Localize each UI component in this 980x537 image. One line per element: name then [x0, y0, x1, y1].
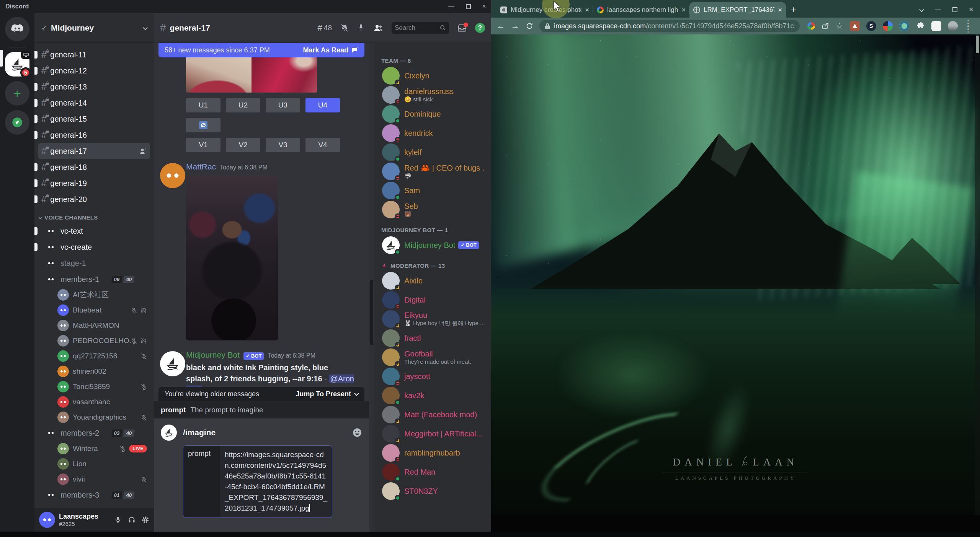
voice-row[interactable]: vasanthanc — [38, 394, 150, 410]
voice-row[interactable]: members-3 0140 — [38, 487, 150, 503]
tab-close-button[interactable]: × — [585, 6, 589, 14]
option-value[interactable]: https://images.squarespace-cdn.com/conte… — [220, 446, 332, 517]
voice-row[interactable]: Youandigraphics — [38, 410, 150, 425]
content-scrollbar[interactable] — [975, 34, 980, 515]
help-icon[interactable]: ? — [475, 23, 485, 33]
message-author[interactable]: Midjourney Bot — [186, 350, 240, 360]
chat-scrollbar[interactable] — [369, 43, 374, 532]
google-icon[interactable] — [807, 22, 815, 30]
aurora-photo[interactable]: DANIEL LAAN LAANSCAPES PHOTOGRAPHY — [491, 34, 980, 515]
voice-row[interactable]: shinen002 — [38, 364, 150, 379]
voice-channels-category[interactable]: VOICE CHANNELS — [39, 214, 150, 221]
extension-icon[interactable] — [883, 21, 893, 31]
voice-row[interactable]: Wintera — [38, 441, 150, 456]
window-menu-chevron[interactable] — [919, 7, 924, 12]
avatar[interactable] — [39, 512, 55, 528]
discord-maximize-button[interactable] — [466, 4, 471, 9]
member-list-icon[interactable] — [373, 24, 383, 32]
extension-icon[interactable]: S — [866, 21, 876, 31]
chrome-menu-icon[interactable]: ⋮⋮⋮ — [964, 21, 972, 31]
bookmark-star-icon[interactable]: ☆ — [836, 22, 843, 30]
browser-tab[interactable]: laanscapes northern lights - Goo... × — [593, 2, 689, 18]
member-item[interactable]: ST0N3ZY ✓BOT — [381, 482, 488, 501]
profile-avatar[interactable] — [948, 21, 958, 31]
channel-item[interactable]: # general-17 — [38, 143, 150, 159]
voice-row[interactable]: Bluebeat — [38, 303, 150, 318]
voice-row[interactable]: members-1 0940 — [38, 271, 150, 287]
headphones-icon[interactable] — [128, 516, 136, 524]
channel-item[interactable]: # general-12 — [38, 63, 150, 79]
voice-row[interactable]: vc-create — [38, 239, 150, 255]
member-item[interactable]: Aixile ✓BOT — [381, 271, 488, 290]
browser-tab[interactable]: LRM_EXPORT_176436787956939... × — [689, 2, 786, 18]
search-input[interactable]: Search — [392, 22, 449, 34]
member-item[interactable]: kav2k ✓BOT — [381, 386, 488, 405]
midjourney-grid-image[interactable] — [186, 57, 317, 93]
member-item[interactable]: kylelf ✓BOT — [381, 143, 488, 162]
tab-close-button[interactable]: × — [778, 6, 782, 14]
jump-to-present-button[interactable]: Jump To Present — [296, 390, 358, 398]
channel-item[interactable]: # general-11 — [38, 47, 150, 63]
member-item[interactable]: Dominique ✓BOT — [381, 104, 488, 124]
settings-gear-icon[interactable] — [142, 516, 149, 524]
avatar[interactable] — [160, 351, 185, 376]
member-item[interactable]: Sam ✓BOT — [381, 181, 488, 200]
back-button[interactable]: ← — [497, 22, 505, 30]
create-invite-icon[interactable] — [139, 148, 147, 155]
threads-count[interactable]: #48 — [318, 23, 332, 33]
member-group-label[interactable]: MODERATOR — 13 — [381, 262, 488, 269]
message-photo[interactable] — [186, 175, 278, 340]
member-group-label[interactable]: MIDJOURNEY BOT — 1 — [381, 227, 488, 233]
voice-row[interactable]: vivii — [38, 472, 150, 487]
member-item[interactable]: Midjourney Bot ✓BOT — [381, 236, 488, 255]
explore-servers-button[interactable] — [5, 110, 29, 135]
voice-row[interactable]: MattHARMON — [38, 318, 150, 333]
member-item[interactable]: Meggirbot | ARTificial... ✓BOT — [381, 424, 488, 443]
member-item[interactable]: Matt (Facebook mod) ✓BOT — [381, 405, 488, 424]
extension-icon[interactable] — [899, 21, 909, 31]
variation-button[interactable]: V4 — [305, 138, 340, 152]
prompt-option-input[interactable]: prompt https://images.squarespace-cdn.co… — [183, 445, 332, 518]
discord-minimize-button[interactable]: — — [448, 3, 454, 10]
voice-row[interactable]: members-2 0340 — [38, 425, 150, 441]
voice-row[interactable]: stage-1 — [38, 255, 150, 271]
share-icon[interactable] — [822, 22, 829, 30]
variation-button[interactable]: V2 — [226, 138, 260, 152]
discord-home-button[interactable] — [5, 17, 29, 41]
emoji-picker-icon[interactable] — [352, 428, 362, 438]
member-item[interactable]: Cixelyn ✓BOT — [381, 66, 488, 85]
upscale-button[interactable]: U3 — [266, 98, 300, 112]
voice-row[interactable]: vc-text — [38, 223, 150, 239]
add-server-button[interactable]: + — [5, 81, 29, 106]
discord-close-button[interactable]: × — [482, 3, 486, 10]
channel-item[interactable]: # general-15 — [38, 111, 150, 127]
voice-row[interactable]: qq271725158 — [38, 348, 150, 364]
server-icon-midjourney[interactable]: 5 — [5, 52, 29, 76]
member-item[interactable]: danielrussruss ✓BOT 🤒 still sick — [381, 85, 488, 104]
upscale-button[interactable]: U1 — [186, 98, 220, 112]
member-item[interactable]: Red 🦀 | CEO of bugs ... ✓BOT 🦈 — [381, 162, 488, 181]
member-group-label[interactable]: TEAM — 8 — [381, 57, 488, 64]
upscale-button[interactable]: U4 — [305, 98, 340, 112]
pinned-messages-icon[interactable] — [357, 24, 365, 32]
message-author[interactable]: MattRac — [186, 162, 216, 171]
member-item[interactable]: fractl ✓BOT — [381, 329, 488, 348]
avatar[interactable] — [160, 163, 185, 188]
reload-button[interactable] — [526, 22, 533, 30]
member-item[interactable]: Digital ✓BOT — [381, 290, 488, 309]
variation-button[interactable]: V1 — [186, 138, 220, 152]
chrome-maximize-button[interactable] — [952, 7, 957, 12]
channel-item[interactable]: # general-13 — [38, 79, 150, 95]
channel-item[interactable]: # general-16 — [38, 127, 150, 143]
member-item[interactable]: kendrick ✓BOT — [381, 124, 488, 143]
member-item[interactable]: ramblingrhubarb ✓BOT — [381, 443, 488, 462]
extension-icon[interactable] — [850, 21, 860, 31]
new-messages-banner[interactable]: 58+ new messages since 6:37 PM Mark As R… — [158, 43, 364, 57]
voice-row[interactable]: AI艺术社区 — [38, 287, 150, 303]
voice-row[interactable]: PEDROCOELHO... — [38, 333, 150, 348]
variation-button[interactable]: V3 — [266, 138, 300, 152]
voice-row[interactable]: Lion — [38, 456, 150, 472]
server-header[interactable]: ✓ Midjourney — [34, 13, 154, 43]
mic-icon[interactable] — [114, 516, 122, 524]
channel-item[interactable]: # general-14 — [38, 95, 150, 111]
